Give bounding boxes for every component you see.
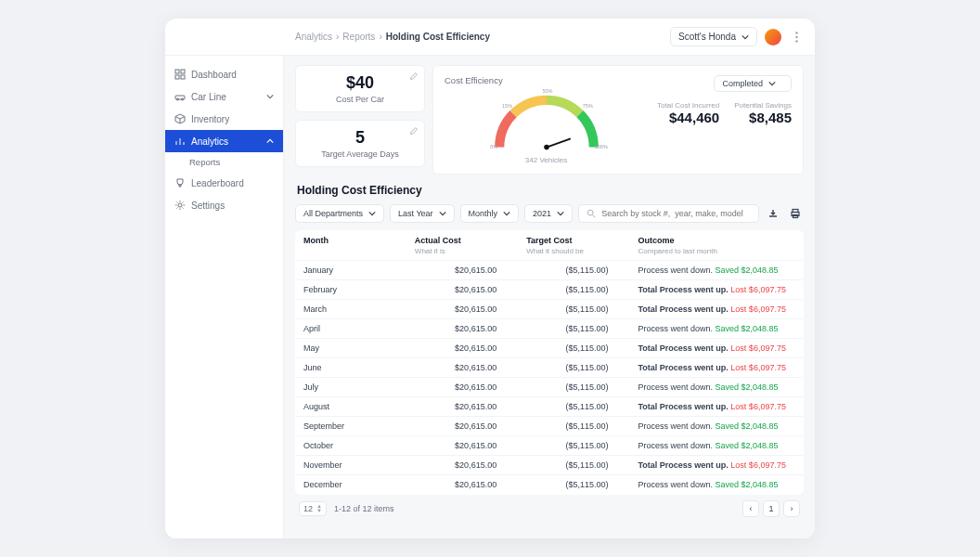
col-target[interactable]: Target CostWhat it should be <box>519 231 630 261</box>
app-window: Analytics › Reports › Holding Cost Effic… <box>165 19 815 538</box>
pager-next[interactable]: › <box>783 500 800 517</box>
trophy-icon <box>174 177 186 188</box>
cell-month: May <box>296 339 407 358</box>
download-icon[interactable] <box>765 205 781 222</box>
svg-point-18 <box>587 210 593 215</box>
edit-icon[interactable] <box>409 126 419 136</box>
savings-label: Potential Savings <box>734 101 792 110</box>
table-footer: 12 ▲▼ 1-12 of 12 items ‹ 1 › <box>295 495 804 517</box>
cell-outcome: Process went down. Saved $2,048.85 <box>630 319 803 339</box>
sidebar-item-dashboard[interactable]: Dashboard <box>165 63 283 85</box>
cell-actual: $20,615.00 <box>407 300 519 319</box>
cell-target: ($5,115.00) <box>519 261 630 280</box>
total-cost-label: Total Cost Incurred <box>657 101 719 110</box>
cell-month: November <box>296 456 407 475</box>
svg-point-10 <box>178 203 182 207</box>
filter-year[interactable]: 2021 <box>524 204 573 223</box>
chevron-down-icon <box>768 80 776 87</box>
metric-value: $40 <box>305 73 415 93</box>
table-row[interactable]: April$20,615.00($5,115.00)Process went d… <box>296 319 804 339</box>
cell-month: October <box>296 436 407 456</box>
svg-point-0 <box>795 32 797 33</box>
avatar[interactable] <box>765 29 781 45</box>
table-row[interactable]: November$20,615.00($5,115.00)Total Proce… <box>296 456 804 475</box>
chevron-down-icon <box>368 210 376 217</box>
cell-outcome: Process went down. Saved $2,048.85 <box>630 436 803 456</box>
chevron-down-icon <box>741 33 749 41</box>
sidebar-item-analytics[interactable]: Analytics <box>165 130 283 152</box>
sidebar-item-label: Settings <box>191 201 274 211</box>
filter-range[interactable]: Last Year <box>390 204 455 223</box>
sidebar-item-leaderboard[interactable]: Leaderboard <box>165 172 283 194</box>
svg-rect-6 <box>181 75 185 79</box>
chevron-right-icon: › <box>379 32 381 42</box>
sidebar-item-label: Analytics <box>191 136 261 147</box>
gauge-chart: 0% 15% 50% 75% 100% <box>482 87 612 154</box>
search-icon <box>587 209 596 218</box>
svg-text:0%: 0% <box>490 144 497 149</box>
cell-actual: $20,615.00 <box>407 378 519 397</box>
sidebar-item-label: Dashboard <box>191 70 274 80</box>
dealer-name: Scott's Honda <box>678 32 736 42</box>
cell-outcome: Process went down. Saved $2,048.85 <box>630 475 803 495</box>
dashboard-icon <box>174 69 186 80</box>
section-title: Holding Cost Efficiency <box>297 184 804 197</box>
metric-value: 5 <box>305 128 415 148</box>
table-row[interactable]: September$20,615.00($5,115.00)Process we… <box>296 417 804 436</box>
table-row[interactable]: May$20,615.00($5,115.00)Total Process we… <box>296 339 804 358</box>
cell-target: ($5,115.00) <box>519 339 630 358</box>
pager-prev[interactable]: ‹ <box>742 500 759 517</box>
col-month[interactable]: Month <box>296 231 407 261</box>
cell-month: September <box>296 417 407 436</box>
table-row[interactable]: December$20,615.00($5,115.00)Process wen… <box>296 475 804 495</box>
sidebar-item-label: Inventory <box>191 114 274 124</box>
metric-card-cost-per-car: $40 Cost Per Car <box>295 65 425 112</box>
breadcrumb-root[interactable]: Analytics <box>295 32 332 42</box>
breadcrumb-current: Holding Cost Efficiency <box>386 32 490 42</box>
status-label: Completed <box>722 79 763 88</box>
sidebar-subitem-reports[interactable]: Reports <box>165 152 283 172</box>
cell-month: July <box>296 378 407 397</box>
col-outcome[interactable]: OutcomeCompared to last month <box>630 231 803 261</box>
table-row[interactable]: October$20,615.00($5,115.00)Process went… <box>296 436 804 456</box>
chart-icon <box>174 136 186 147</box>
gauge-card: Cost Efficiency <box>432 65 804 175</box>
cell-target: ($5,115.00) <box>519 436 630 456</box>
svg-rect-4 <box>181 70 185 73</box>
col-actual[interactable]: Actual CostWhat it is <box>407 231 519 261</box>
topbar: Analytics › Reports › Holding Cost Effic… <box>165 19 815 56</box>
svg-text:75%: 75% <box>582 103 592 109</box>
sidebar: Dashboard Car Line Inventory <box>165 56 284 538</box>
table-row[interactable]: February$20,615.00($5,115.00)Total Proce… <box>296 280 804 300</box>
sidebar-item-carline[interactable]: Car Line <box>165 85 283 108</box>
per-page-stepper[interactable]: 12 ▲▼ <box>299 501 327 516</box>
table-row[interactable]: March$20,615.00($5,115.00)Total Process … <box>296 300 804 319</box>
filter-interval[interactable]: Monthly <box>460 204 520 223</box>
status-select[interactable]: Completed <box>714 75 792 92</box>
chevron-down-icon <box>439 210 446 217</box>
kebab-menu-icon[interactable] <box>789 30 804 45</box>
edit-icon[interactable] <box>409 71 419 81</box>
cell-month: January <box>296 261 407 280</box>
cell-target: ($5,115.00) <box>519 319 630 339</box>
cell-month: March <box>296 300 407 319</box>
print-icon[interactable] <box>787 205 804 222</box>
metric-label: Target Average Days <box>305 149 415 159</box>
filter-department[interactable]: All Departments <box>295 204 384 223</box>
dealer-select[interactable]: Scott's Honda <box>670 27 757 46</box>
table-row[interactable]: August$20,615.00($5,115.00)Total Process… <box>296 397 804 417</box>
table-row[interactable]: January$20,615.00($5,115.00)Process went… <box>296 261 804 280</box>
gear-icon <box>174 200 186 211</box>
pager-current[interactable]: 1 <box>763 500 780 517</box>
table-row[interactable]: July$20,615.00($5,115.00)Process went do… <box>296 378 804 397</box>
breadcrumb-mid[interactable]: Reports <box>342 32 375 42</box>
search-input[interactable] <box>601 209 751 218</box>
main-content: $40 Cost Per Car 5 Target Average Days C… <box>284 56 815 538</box>
svg-rect-3 <box>175 70 179 73</box>
sidebar-item-inventory[interactable]: Inventory <box>165 108 283 130</box>
search-input-wrapper[interactable] <box>578 204 759 223</box>
svg-point-2 <box>795 40 797 42</box>
sidebar-item-settings[interactable]: Settings <box>165 194 283 216</box>
breadcrumb: Analytics › Reports › Holding Cost Effic… <box>295 32 490 42</box>
table-row[interactable]: June$20,615.00($5,115.00)Total Process w… <box>296 358 804 378</box>
